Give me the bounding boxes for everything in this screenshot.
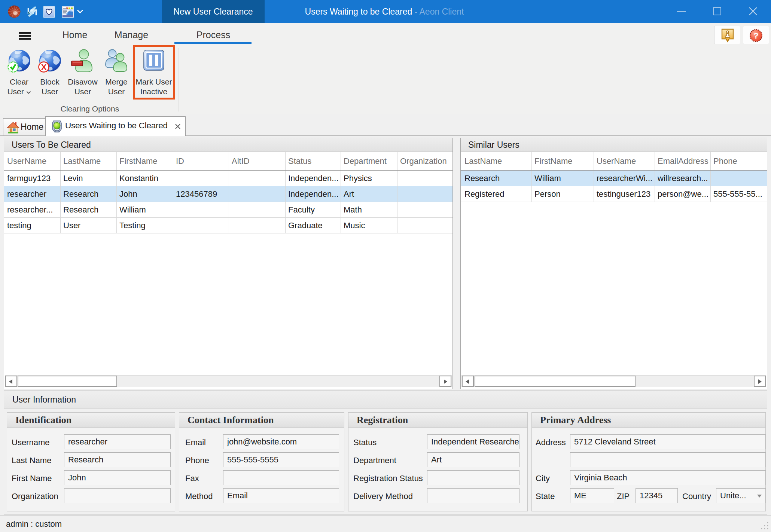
svg-text:?: ? <box>753 31 758 40</box>
svg-text:X: X <box>41 62 47 72</box>
